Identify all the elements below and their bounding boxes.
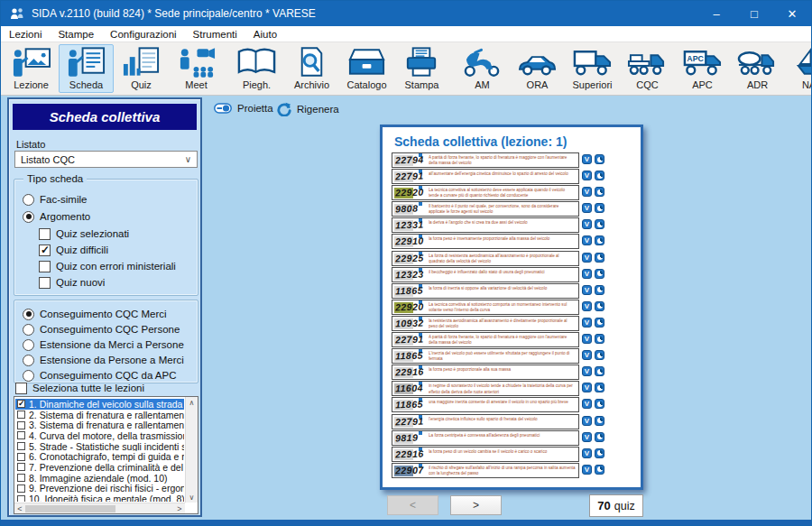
audio-icon[interactable]	[595, 154, 604, 164]
checkbox-icon[interactable]	[15, 383, 27, 394]
toolbar-button-lezione[interactable]: Lezione	[4, 44, 59, 93]
toolbar-button-archivio[interactable]: Archivio	[284, 44, 339, 93]
audio-icon[interactable]	[595, 318, 604, 328]
scroll-down-icon[interactable]: ∨	[189, 492, 195, 503]
verify-icon[interactable]: V	[582, 448, 592, 458]
verify-icon[interactable]: V	[582, 399, 592, 409]
verify-icon[interactable]: V	[582, 465, 592, 475]
toolbar-button-cqc[interactable]: CQC	[620, 44, 675, 93]
verify-icon[interactable]: V	[582, 269, 592, 279]
next-page-button[interactable]: >	[450, 495, 502, 515]
radio-icon[interactable]	[23, 355, 34, 366]
lesson-item[interactable]: 8. Immagine aziendale (mod. 10)	[15, 473, 184, 484]
lesson-checkbox[interactable]	[17, 463, 25, 471]
rigenera-button[interactable]: Rigenera	[277, 102, 339, 116]
lesson-checkbox[interactable]	[17, 400, 25, 408]
lesson-item[interactable]: 1. Dinamiche del veicolo sulla strada (m…	[15, 399, 184, 410]
checkbox-icon[interactable]	[39, 261, 51, 272]
toolbar-button-ora[interactable]: ORA	[510, 44, 565, 93]
radio-fac-simile[interactable]: Fac-simile	[23, 192, 87, 207]
lessons-listbox[interactable]: 1. Dinamiche del veicolo sulla strada (m…	[14, 396, 198, 514]
toolbar-button-nau[interactable]: NAU	[785, 44, 812, 93]
lesson-item[interactable]: 4. Curva del motore, della trasmissione …	[15, 430, 184, 441]
radio-icon[interactable]	[23, 324, 34, 336]
verify-icon[interactable]: V	[582, 366, 592, 376]
checkbox-quiz-difficili[interactable]: Quiz difficili	[39, 243, 108, 257]
checkbox-icon[interactable]	[39, 245, 51, 256]
audio-icon[interactable]	[595, 269, 604, 279]
maximize-button[interactable]: □	[735, 1, 773, 26]
menu-strumenti[interactable]: Strumenti	[185, 29, 245, 40]
audio-icon[interactable]	[595, 187, 604, 197]
lesson-item[interactable]: 2. Sistema di frenatura e rallentamento …	[15, 410, 184, 420]
audio-icon[interactable]	[595, 253, 604, 263]
radio-estensione-persone-merci[interactable]: Estensione da Persone a Merci	[23, 353, 184, 367]
listato-select[interactable]: Listato CQC ∨	[14, 151, 198, 168]
radio-cqc-persone[interactable]: Conseguimento CQC Persone	[23, 322, 180, 337]
lesson-checkbox[interactable]	[17, 411, 25, 419]
radio-estensione-merci-persone[interactable]: Estensione da Merci a Persone	[23, 337, 184, 352]
scroll-right-icon[interactable]: >	[174, 504, 185, 513]
audio-icon[interactable]	[595, 448, 604, 458]
menu-configurazioni[interactable]: Configurazioni	[102, 29, 185, 40]
scrollbar-thumb[interactable]	[25, 505, 115, 512]
verify-icon[interactable]: V	[582, 301, 592, 311]
verify-icon[interactable]: V	[582, 350, 592, 360]
audio-icon[interactable]	[595, 301, 604, 311]
verify-icon[interactable]: V	[582, 253, 592, 263]
checkbox-icon[interactable]	[39, 277, 51, 289]
scroll-left-icon[interactable]: <	[14, 504, 25, 513]
radio-icon[interactable]	[23, 309, 34, 320]
toolbar-button-scheda[interactable]: Scheda	[59, 44, 114, 93]
toolbar-button-quiz[interactable]: Quiz	[114, 44, 169, 93]
lesson-item[interactable]: 3. Sistema di frenatura e rallentamento …	[15, 420, 184, 430]
audio-icon[interactable]	[595, 235, 604, 245]
toolbar-button-piegh[interactable]: Piegh.	[229, 44, 284, 93]
lesson-item[interactable]: 10. Idoneità fisica e mentale (mod. 8)	[15, 494, 184, 502]
verify-icon[interactable]: V	[582, 203, 592, 213]
lesson-item[interactable]: 7. Prevenzione della criminalità e del t…	[15, 462, 184, 473]
audio-icon[interactable]	[595, 203, 604, 213]
verify-icon[interactable]: V	[582, 318, 592, 328]
lesson-item[interactable]: 5. Strade - Statistiche sugli incidenti …	[15, 441, 184, 452]
checkbox-icon[interactable]	[39, 228, 51, 240]
close-button[interactable]: ✕	[773, 1, 811, 26]
radio-icon[interactable]	[23, 339, 34, 351]
lesson-item[interactable]: 6. Cronotachigrafo, tempi di guida e rip…	[15, 451, 184, 462]
audio-icon[interactable]	[595, 366, 604, 376]
lesson-checkbox[interactable]	[17, 474, 25, 482]
menu-lezioni[interactable]: Lezioni	[1, 29, 50, 40]
verify-icon[interactable]: V	[582, 219, 592, 229]
lesson-checkbox[interactable]	[17, 442, 25, 450]
minimize-button[interactable]: –	[697, 1, 735, 26]
audio-icon[interactable]	[595, 416, 604, 426]
radio-icon[interactable]	[23, 194, 34, 206]
audio-icon[interactable]	[595, 350, 604, 360]
proietta-button[interactable]: Proietta	[214, 103, 273, 114]
toolbar-button-meet[interactable]: Meet	[169, 44, 224, 93]
verify-icon[interactable]: V	[582, 187, 592, 197]
checkbox-quiz-errori[interactable]: Quiz con errori ministeriali	[39, 259, 176, 273]
toolbar-button-apc[interactable]: APC APC	[675, 44, 730, 93]
previous-page-button[interactable]: <	[387, 495, 438, 515]
lesson-checkbox[interactable]	[17, 453, 25, 461]
checkbox-quiz-nuovi[interactable]: Quiz nuovi	[39, 275, 105, 290]
lesson-item[interactable]: 9. Prevenzione dei rischi fisici - ergon…	[15, 484, 184, 494]
audio-icon[interactable]	[595, 399, 604, 409]
radio-icon[interactable]	[23, 370, 34, 382]
verify-icon[interactable]: V	[582, 334, 592, 344]
vertical-scrollbar[interactable]: ∧ ∨	[185, 397, 198, 503]
lesson-checkbox[interactable]	[17, 495, 25, 502]
toolbar-button-am[interactable]: AM	[455, 44, 510, 93]
audio-icon[interactable]	[595, 219, 604, 229]
audio-icon[interactable]	[595, 334, 604, 344]
verify-icon[interactable]: V	[582, 383, 592, 392]
verify-icon[interactable]: V	[582, 235, 592, 245]
menu-stampe[interactable]: Stampe	[50, 29, 102, 40]
lesson-checkbox[interactable]	[17, 431, 25, 439]
verify-icon[interactable]: V	[582, 432, 592, 442]
audio-icon[interactable]	[595, 383, 604, 392]
radio-icon[interactable]	[23, 211, 34, 223]
verify-icon[interactable]: V	[582, 416, 592, 426]
toolbar-button-catalogo[interactable]: Catalogo	[339, 44, 394, 93]
